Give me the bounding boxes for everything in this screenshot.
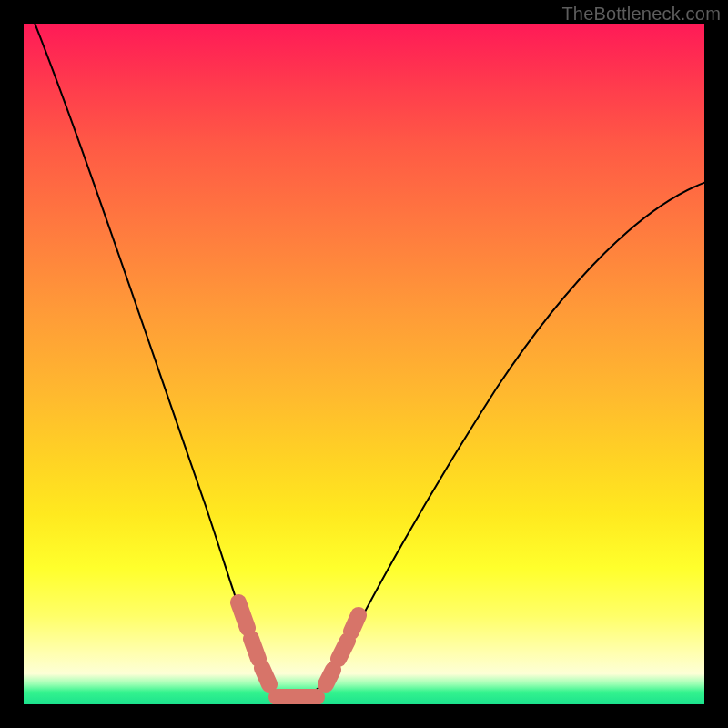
chart-frame: TheBottleneck.com — [0, 0, 728, 728]
plot-area — [24, 24, 704, 704]
chart-svg — [24, 24, 704, 704]
bottleneck-curve — [33, 24, 704, 697]
highlight-left — [238, 602, 269, 684]
highlight-right — [326, 615, 359, 684]
watermark-text: TheBottleneck.com — [561, 4, 721, 25]
